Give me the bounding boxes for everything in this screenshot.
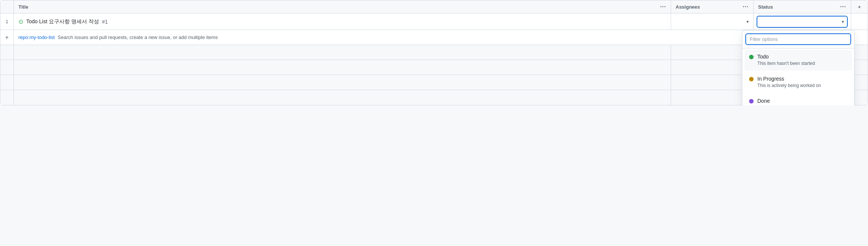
status-chevron-down-icon: ▾ xyxy=(842,19,844,24)
todo-label: Todo xyxy=(757,54,815,60)
status-option-todo[interactable]: Todo This item hasn't been started xyxy=(745,50,852,70)
chevron-down-icon: ▾ xyxy=(746,19,749,24)
table-header: Title ··· Assignees ··· Status ··· + xyxy=(0,0,868,14)
add-row-placeholder-text: Search issues and pull requests, create … xyxy=(58,34,218,40)
status-option-in-progress[interactable]: In Progress This is actively being worke… xyxy=(745,72,852,93)
title-column-menu-icon[interactable]: ··· xyxy=(660,3,666,10)
done-label: Done xyxy=(757,98,808,104)
empty-row-4 xyxy=(0,90,868,105)
status-column-header: Status ··· xyxy=(754,0,851,13)
row-title-cell: ⊙ Todo List 요구사항 명세서 작성 #1 xyxy=(14,14,671,30)
empty-row-2 xyxy=(0,60,868,75)
empty-row-1 xyxy=(0,45,868,60)
add-row-content[interactable]: repo:my-todo-list Search issues and pull… xyxy=(14,30,868,45)
in-progress-text-group: In Progress This is actively being worke… xyxy=(757,76,821,89)
todo-text-group: Todo This item hasn't been started xyxy=(757,54,815,67)
status-column-label: Status xyxy=(758,4,773,10)
status-dropdown: Todo This item hasn't been started In Pr… xyxy=(742,30,854,105)
table-row: 1 ⊙ Todo List 요구사항 명세서 작성 #1 ▾ ▾ Todo xyxy=(0,14,868,30)
issue-number: #1 xyxy=(102,19,108,25)
todo-description: This item hasn't been started xyxy=(757,60,815,67)
add-item-row: + repo:my-todo-list Search issues and pu… xyxy=(0,30,868,45)
repo-link[interactable]: repo:my-todo-list xyxy=(18,34,55,40)
title-column-label: Title xyxy=(18,4,29,10)
assignees-column-label: Assignees xyxy=(676,4,700,10)
in-progress-dot-icon xyxy=(749,77,754,81)
done-dot-icon xyxy=(749,99,754,104)
add-row-plus-icon[interactable]: + xyxy=(0,30,14,45)
row-status-cell[interactable]: ▾ Todo This item hasn't been started xyxy=(754,14,851,30)
issue-title: Todo List 요구사항 명세서 작성 xyxy=(26,18,99,25)
empty-row-3 xyxy=(0,75,868,90)
issue-open-icon: ⊙ xyxy=(18,18,23,25)
row-assignees-cell[interactable]: ▾ xyxy=(671,14,754,30)
status-option-done[interactable]: Done This has been completed xyxy=(745,94,852,105)
row-number: 1 xyxy=(0,14,14,30)
done-text-group: Done This has been completed xyxy=(757,98,808,105)
row-add-placeholder xyxy=(851,14,868,30)
todo-dot-icon xyxy=(749,55,754,59)
dropdown-filter-section xyxy=(742,30,854,48)
project-table: Title ··· Assignees ··· Status ··· + 1 ⊙… xyxy=(0,0,868,105)
status-select-box[interactable]: ▾ xyxy=(757,16,848,28)
title-column-header: Title ··· xyxy=(14,0,671,13)
in-progress-label: In Progress xyxy=(757,76,821,82)
assignees-column-menu-icon[interactable]: ··· xyxy=(743,3,749,10)
add-column-button[interactable]: + xyxy=(851,0,868,13)
in-progress-description: This is actively being worked on xyxy=(757,82,821,89)
done-description: This has been completed xyxy=(757,105,808,105)
assignees-column-header: Assignees ··· xyxy=(671,0,754,13)
filter-options-input[interactable] xyxy=(745,33,851,45)
add-column-icon: + xyxy=(858,4,861,10)
status-column-menu-icon[interactable]: ··· xyxy=(840,3,846,10)
